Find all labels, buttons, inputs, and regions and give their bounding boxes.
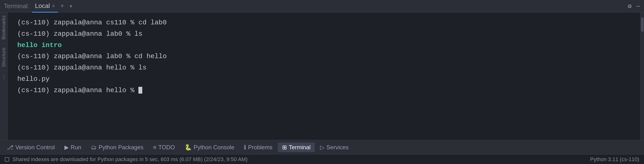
terminal-line: (cs-110) zappala@anna hello % — [17, 85, 630, 96]
todo-icon: ≡ — [153, 144, 156, 151]
tab-bar-label: Terminal: — [4, 3, 29, 10]
tab-dropdown-button[interactable]: ▾ — [66, 3, 75, 10]
run-label: Run — [71, 144, 81, 151]
status-bar: Shared indexes are downloaded for Python… — [0, 154, 644, 164]
version-control-label: Version Control — [16, 144, 55, 151]
python-console-label: Python Console — [194, 144, 234, 151]
python-packages-label: Python Packages — [98, 144, 144, 151]
toolbar-item-problems[interactable]: ℹProblems — [240, 142, 276, 152]
right-scrollbar[interactable] — [640, 13, 644, 140]
tab-local-label: Local — [35, 2, 50, 10]
terminal-label: Terminal — [289, 144, 311, 151]
tab-add-button[interactable]: + — [58, 3, 67, 10]
problems-icon: ℹ — [244, 144, 246, 151]
toolbar-item-python-packages[interactable]: 🗂Python Packages — [86, 142, 148, 152]
run-icon: ▶ — [64, 144, 69, 151]
left-sidebar: Bookmarks Structure ⋮ — [0, 13, 8, 140]
sidebar-dots-icon[interactable]: ⋮ — [0, 72, 8, 83]
terminal-icon: ⊞ — [282, 144, 287, 151]
tab-close-icon[interactable]: × — [52, 3, 55, 9]
sidebar-structure-label[interactable]: Structure — [0, 45, 8, 70]
status-text: Shared indexes are downloaded for Python… — [12, 156, 590, 162]
terminal-line: hello intro — [17, 40, 630, 51]
version-control-icon: ⎇ — [7, 144, 14, 151]
toolbar-item-run[interactable]: ▶Run — [60, 142, 86, 152]
sidebar-bookmarks-label[interactable]: Bookmarks — [0, 13, 8, 42]
scrollbar-thumb[interactable] — [641, 17, 644, 32]
tab-local[interactable]: Local × — [32, 0, 58, 13]
services-label: Services — [326, 144, 348, 151]
bottom-toolbar: ⎇Version Control▶Run🗂Python Packages≡TOD… — [0, 140, 644, 154]
status-python-version: Python 3.11 (cs-110) — [590, 156, 639, 162]
toolbar-item-terminal[interactable]: ⊞Terminal — [278, 142, 315, 152]
toolbar-item-services[interactable]: ▷Services — [316, 142, 353, 152]
settings-icon[interactable]: ⚙ — [628, 3, 632, 10]
problems-label: Problems — [248, 144, 272, 151]
python-console-icon: 🐍 — [184, 144, 192, 151]
main-area: Bookmarks Structure ⋮ (cs-110) zappala@a… — [0, 13, 644, 140]
terminal-line: hello.py — [17, 74, 630, 85]
status-checkbox-icon[interactable] — [5, 157, 9, 161]
terminal-content[interactable]: (cs-110) zappala@anna cs110 % cd lab0(cs… — [8, 13, 640, 140]
sidebar-divider — [1, 43, 7, 44]
terminal-line: (cs-110) zappala@anna lab0 % cd hello — [17, 51, 630, 62]
terminal-cursor — [138, 87, 142, 94]
tab-bar-actions: ⚙ — — [628, 3, 640, 10]
toolbar-item-python-console[interactable]: 🐍Python Console — [180, 142, 238, 152]
python-packages-icon: 🗂 — [91, 144, 96, 151]
sidebar-divider-2 — [1, 71, 7, 71]
toolbar-item-todo[interactable]: ≡TODO — [149, 142, 179, 152]
todo-label: TODO — [158, 144, 175, 151]
toolbar-item-version-control[interactable]: ⎇Version Control — [2, 142, 59, 152]
tab-bar: Terminal: Local × + ▾ ⚙ — — [0, 0, 644, 13]
terminal-line: (cs-110) zappala@anna hello % ls — [17, 62, 630, 73]
terminal-line: (cs-110) zappala@anna lab0 % ls — [17, 29, 630, 40]
minimize-icon[interactable]: — — [636, 3, 640, 10]
terminal-line: (cs-110) zappala@anna cs110 % cd lab0 — [17, 17, 630, 28]
services-icon: ▷ — [320, 144, 324, 151]
